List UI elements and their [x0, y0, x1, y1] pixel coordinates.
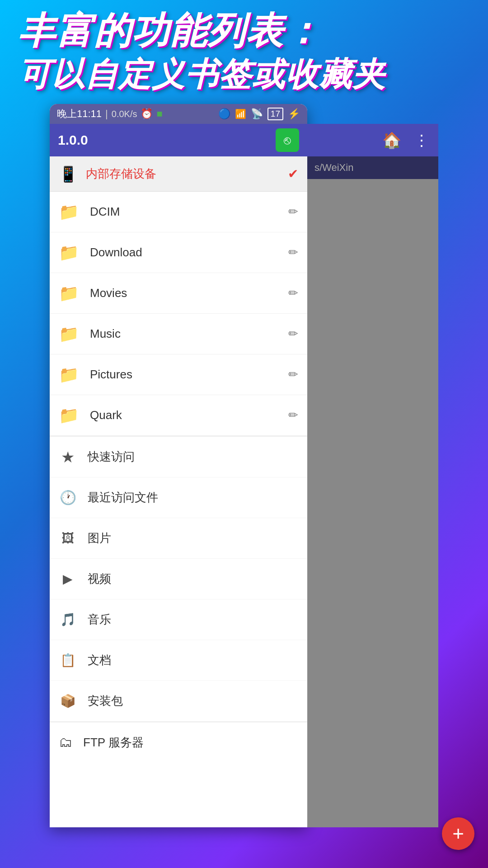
menu-item-recent[interactable]: 🕐 最近访问文件 [50, 477, 307, 518]
status-time: 晚上11:11 [57, 107, 102, 121]
menu-item-quickaccess[interactable]: ★ 快速访问 [50, 437, 307, 477]
folder-name-movies: Movies [90, 286, 288, 300]
signal-icon: 📶 [235, 108, 246, 119]
menu-item-video[interactable]: ▶ 视频 [50, 559, 307, 599]
status-sep: | [105, 108, 108, 120]
folder-icon: 📁 [59, 284, 79, 303]
edit-icon-quark[interactable]: ✏ [288, 408, 298, 422]
file-list: 📱 内部存储设备 ✔ 📁 DCIM ✏ 📁 Download ✏ 📁 Movie… [50, 156, 307, 762]
status-bar: 晚上11:11 | 0.0K/s ⏰ ■ 🔵 📶 📡 17 ⚡ [50, 104, 307, 124]
menu-label-docs: 文档 [88, 652, 298, 668]
edit-icon-pictures[interactable]: ✏ [288, 368, 298, 382]
video-icon: ▶ [59, 571, 77, 586]
menu-item-apk[interactable]: 📦 安装包 [50, 681, 307, 722]
promo-line1: 丰富的功能列表： [18, 10, 322, 51]
folder-name-quark: Quark [90, 408, 288, 422]
folder-item-movies[interactable]: 📁 Movies ✏ [50, 273, 307, 314]
share-icon: ⎋ [284, 133, 291, 147]
alarm-icon: ⏰ [141, 108, 153, 120]
bluetooth-icon: 🔵 [218, 108, 230, 120]
folder-icon: 📁 [59, 243, 79, 262]
home-icon[interactable]: 🏠 [382, 131, 401, 149]
menu-label-quickaccess: 快速访问 [88, 449, 298, 465]
folder-name-pictures: Pictures [90, 368, 288, 382]
right-panel: 🏠 ⋮ s/WeiXin [307, 124, 438, 827]
check-icon: ✔ [288, 166, 298, 181]
phone-mockup: 晚上11:11 | 0.0K/s ⏰ ■ 🔵 📶 📡 17 ⚡ 1.0.0 ⎋ … [50, 104, 307, 827]
app-version: 1.0.0 [58, 132, 270, 148]
menu-item-images[interactable]: 🖼 图片 [50, 518, 307, 559]
ftp-label: FTP 服务器 [83, 735, 144, 750]
folder-item-music[interactable]: 📁 Music ✏ [50, 314, 307, 354]
right-toolbar: 🏠 ⋮ [307, 124, 438, 156]
fab-button[interactable]: + [442, 817, 474, 850]
menu-label-apk: 安装包 [88, 693, 298, 709]
ftp-item[interactable]: 🗂 FTP 服务器 [50, 722, 307, 762]
music-icon: 🎵 [59, 612, 77, 627]
edit-icon-dcim[interactable]: ✏ [288, 205, 298, 219]
edit-icon-download[interactable]: ✏ [288, 245, 298, 259]
folder-item-dcim[interactable]: 📁 DCIM ✏ [50, 192, 307, 232]
folder-item-download[interactable]: 📁 Download ✏ [50, 232, 307, 273]
more-icon[interactable]: ⋮ [414, 131, 429, 149]
folder-name-music: Music [90, 327, 288, 341]
storage-header[interactable]: 📱 内部存储设备 ✔ [50, 156, 307, 192]
edit-icon-music[interactable]: ✏ [288, 327, 298, 341]
history-icon: 🕐 [59, 490, 77, 505]
folder-icon: 📁 [59, 203, 79, 222]
phone-icon: 📱 [59, 165, 78, 183]
promo-line2: 可以自定义书签或收藏夹 [18, 55, 386, 94]
app-toolbar: 1.0.0 ⎋ [50, 124, 307, 156]
right-content-area [307, 179, 438, 827]
battery-icon: 17 [267, 108, 283, 120]
edit-icon-movies[interactable]: ✏ [288, 286, 298, 300]
add-icon: + [452, 822, 464, 845]
folder-name-dcim: DCIM [90, 205, 288, 219]
folder-section: 📁 DCIM ✏ 📁 Download ✏ 📁 Movies ✏ 📁 Music… [50, 192, 307, 437]
green-icon: ■ [156, 108, 162, 120]
storage-name: 内部存储设备 [86, 166, 288, 182]
status-speed: 0.0K/s [112, 109, 137, 119]
document-icon: 📋 [59, 653, 77, 668]
charge-icon: ⚡ [288, 108, 300, 120]
folder-name-download: Download [90, 245, 288, 259]
menu-label-video: 视频 [88, 571, 298, 587]
menu-item-music[interactable]: 🎵 音乐 [50, 599, 307, 640]
package-icon: 📦 [59, 693, 77, 708]
share-button[interactable]: ⎋ [276, 128, 299, 152]
menu-label-recent: 最近访问文件 [88, 490, 298, 505]
folder-icon: 📁 [59, 325, 79, 344]
folder-item-pictures[interactable]: 📁 Pictures ✏ [50, 354, 307, 395]
menu-label-music: 音乐 [88, 612, 298, 627]
menu-section: ★ 快速访问 🕐 最近访问文件 🖼 图片 ▶ 视频 🎵 音乐 [50, 437, 307, 722]
folder-icon: 📁 [59, 406, 79, 425]
status-icons-right: 🔵 📶 📡 17 ⚡ [218, 108, 300, 120]
right-path: s/WeiXin [307, 156, 438, 179]
star-icon: ★ [59, 448, 77, 466]
folder-item-quark[interactable]: 📁 Quark ✏ [50, 395, 307, 436]
menu-item-docs[interactable]: 📋 文档 [50, 640, 307, 681]
wifi-icon: 📡 [251, 108, 263, 120]
image-icon: 🖼 [59, 531, 77, 546]
promo-area: 丰富的功能列表： 可以自定义书签或收藏夹 [0, 0, 488, 104]
folder-icon: 📁 [59, 365, 79, 384]
ftp-icon: 🗂 [59, 735, 72, 750]
menu-label-images: 图片 [88, 530, 298, 546]
